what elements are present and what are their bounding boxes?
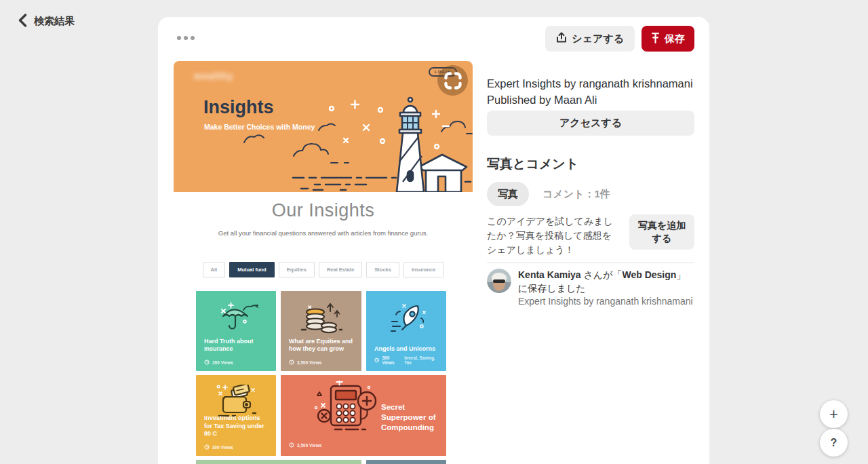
- insight-card-angels: Angels and Unicorns 300 ViewsInvest, Sav…: [366, 291, 446, 371]
- filter-mutual-fund[interactable]: Mutual fund: [229, 262, 275, 277]
- photos-comments-tabs: 写真 コメント：1件: [487, 182, 610, 206]
- share-button[interactable]: シェアする: [545, 26, 635, 52]
- lighthouse-illustration: [174, 61, 473, 192]
- insight-card-insurance: Hard Truth about Insurance 200 Views: [196, 291, 276, 371]
- filter-equities[interactable]: Equities: [279, 262, 315, 277]
- site-section-title: Our Insights: [174, 200, 473, 221]
- filter-insurance[interactable]: Insurance: [403, 262, 443, 277]
- pin-title: Expert Insights by ranganath krishnamani…: [487, 76, 694, 109]
- back-label: 検索結果: [34, 15, 75, 28]
- filter-real-estate[interactable]: Real Estate: [319, 262, 362, 277]
- insight-card-tags: Invest, Saving, Tax: [404, 355, 441, 365]
- help-button[interactable]: ?: [820, 429, 848, 457]
- insight-card-title: Hard Truth about Insurance: [204, 338, 269, 353]
- photos-comments-heading: 写真とコメント: [487, 155, 578, 173]
- insight-card-title: What are Equities and how they can grow: [289, 338, 355, 353]
- insight-card-views: 3,500 Views: [297, 443, 321, 448]
- activity-line: Kenta Kamiya さんが「Web Design」に保存しました: [518, 269, 694, 295]
- insight-card-partial-slate: [366, 460, 446, 464]
- activity-subtitle: Expert Insights by ranganath krishnamani: [518, 295, 694, 309]
- divider: [487, 263, 694, 263]
- add-photo-button[interactable]: 写真を追加する: [629, 214, 694, 250]
- pin-hero-section: wealthy LOGIN Insights Make Better Choic…: [174, 61, 473, 192]
- insight-card-equities: What are Equities and how they can grow …: [281, 291, 361, 371]
- save-button[interactable]: 保存: [642, 26, 694, 52]
- site-section-subtitle: Get all your financial questions answere…: [174, 228, 473, 239]
- avatar[interactable]: [487, 269, 511, 293]
- insight-card-views: 300 Views: [212, 445, 233, 450]
- insight-card-views: 3,500 Views: [297, 360, 321, 365]
- visual-search-icon[interactable]: [437, 65, 468, 96]
- insight-card-tax-saving: Investment options for Tax Saving under …: [196, 375, 276, 456]
- coins-icon: [281, 301, 361, 336]
- pin-image[interactable]: wealthy LOGIN Insights Make Better Choic…: [174, 61, 473, 464]
- tab-photos[interactable]: 写真: [487, 182, 529, 206]
- share-icon: [556, 32, 567, 45]
- access-button[interactable]: アクセスする: [487, 111, 694, 136]
- more-options-icon[interactable]: [177, 36, 195, 40]
- insight-card-partial-green: [196, 460, 361, 464]
- insight-card-views: 200 Views: [212, 360, 233, 365]
- umbrella-icon: [196, 301, 276, 334]
- insight-card-compounding: Secret Superpower of Compounding 3,500 V…: [281, 375, 446, 456]
- back-chevron-icon: [18, 14, 27, 29]
- rocket-icon: [366, 301, 446, 336]
- back-to-search-results[interactable]: 検索結果: [18, 14, 75, 29]
- category-filter-bar: All Mutual fund Equities Real Estate Sto…: [174, 262, 473, 277]
- pin-icon: [651, 32, 660, 45]
- insight-card-title: Investment options for Tax Saving under …: [204, 414, 269, 438]
- insight-card-views: 300 Views: [382, 355, 401, 365]
- filter-all[interactable]: All: [203, 262, 226, 277]
- filter-stocks[interactable]: Stocks: [366, 262, 399, 277]
- pin-detail-card: シェアする 保存 wealthy LOGIN Insights Make Bet…: [158, 17, 709, 464]
- pin-content-section: Our Insights Get all your financial ques…: [174, 192, 473, 464]
- try-idea-prompt: このアイデアを試してみましたか？写真を投稿して感想をシェアしましょう！: [487, 214, 620, 257]
- tab-comments[interactable]: コメント：1件: [542, 188, 610, 201]
- activity-item: Kenta Kamiya さんが「Web Design」に保存しました Expe…: [487, 269, 694, 309]
- create-pin-button[interactable]: +: [820, 400, 848, 428]
- insight-card-title: Secret Superpower of Compounding: [381, 402, 439, 433]
- insight-card-title: Angels and Unicorns: [374, 345, 439, 353]
